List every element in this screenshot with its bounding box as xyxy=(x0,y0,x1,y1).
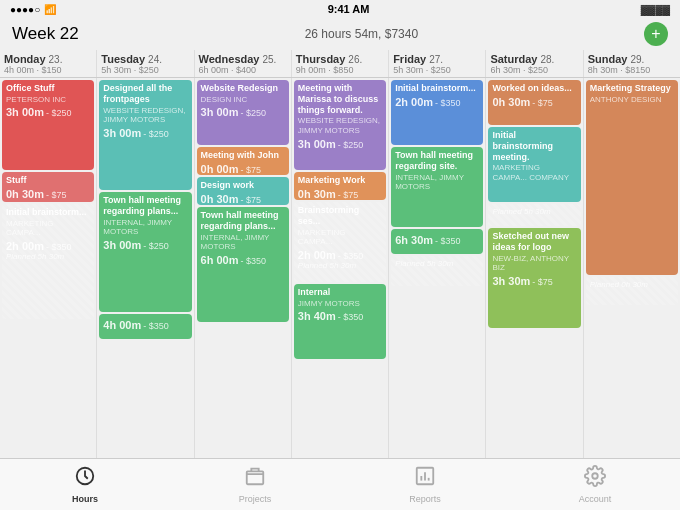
event-sketched-logo[interactable]: Sketched out new ideas for logo NEW-BIZ,… xyxy=(488,228,580,328)
day-header-fri: Friday27. 5h 30m · $250 xyxy=(389,50,486,77)
header-subtitle: 26 hours 54m, $7340 xyxy=(305,27,418,41)
day-headers: Monday23. 4h 00m · $150 Tuesday24. 5h 30… xyxy=(0,50,680,78)
calendar-grid: Office Stuff PETERSON INC 3h 00m - $250 … xyxy=(0,78,680,458)
svg-point-6 xyxy=(592,473,598,479)
wednesday-col: Website Redesign DESIGN INC 3h 00m - $25… xyxy=(195,78,292,458)
event-marketing-strategy[interactable]: Marketing Strategy ANTHONY DESIGN xyxy=(586,80,678,275)
event-marketing-work[interactable]: Marketing Work 0h 30m - $75 xyxy=(294,172,386,200)
tab-projects-label: Projects xyxy=(239,494,272,504)
tab-hours[interactable]: Hours xyxy=(0,465,170,504)
thursday-col: Meeting with Marissa to discuss things f… xyxy=(292,78,389,458)
reports-icon xyxy=(414,465,436,492)
day-header-tue: Tuesday24. 5h 30m · $250 xyxy=(97,50,194,77)
tab-account-label: Account xyxy=(579,494,612,504)
event-tue-footer[interactable]: 4h 00m - $350 xyxy=(99,314,191,339)
projects-icon xyxy=(244,465,266,492)
event-designed-frontpages[interactable]: Designed all the frontpages WEBSITE REDE… xyxy=(99,80,191,190)
tab-bar: Hours Projects Reports Acc xyxy=(0,458,680,510)
day-header-sun: Sunday29. 8h 30m · $8150 xyxy=(584,50,680,77)
tab-projects[interactable]: Projects xyxy=(170,465,340,504)
tuesday-col: Designed all the frontpages WEBSITE REDE… xyxy=(97,78,194,458)
event-initial-brainstorm-sat[interactable]: Initial brainstorming meeting. MARKETING… xyxy=(488,127,580,202)
status-left: ●●●●○ 📶 xyxy=(10,4,56,15)
event-initial-brainstorm-mon[interactable]: Initial brainstorm... MARKETING CAMPA...… xyxy=(2,204,94,319)
clock-icon xyxy=(74,465,96,492)
event-townhall-tue[interactable]: Town hall meeting regarding plans... INT… xyxy=(99,192,191,312)
event-townhall-wed[interactable]: Town hall meeting regarding plans... INT… xyxy=(197,207,289,322)
day-header-wed: Wednesday25. 6h 00m · $400 xyxy=(195,50,292,77)
status-bar: ●●●●○ 📶 9:41 AM ▓▓▓▓ xyxy=(0,0,680,18)
event-design-work[interactable]: Design work 0h 30m - $75 xyxy=(197,177,289,205)
day-header-sat: Saturday28. 6h 30m · $250 xyxy=(486,50,583,77)
event-fri-footer[interactable]: 6h 30m - $350 xyxy=(391,229,483,254)
event-internal-thu[interactable]: Internal JIMMY MOTORS 3h 40m - $350 xyxy=(294,284,386,359)
sunday-col: Marketing Strategy ANTHONY DESIGN Planne… xyxy=(584,78,680,458)
status-time: 9:41 AM xyxy=(328,3,370,15)
account-icon xyxy=(584,465,606,492)
tab-account[interactable]: Account xyxy=(510,465,680,504)
event-planned-fri[interactable]: Planned 5h 30m xyxy=(391,256,483,286)
week-label: Week 22 xyxy=(12,24,79,44)
event-brainstorming-thu[interactable]: Brainstorming ses... MARKETING CAMPA... … xyxy=(294,202,386,282)
event-office-stuff[interactable]: Office Stuff PETERSON INC 3h 00m - $250 xyxy=(2,80,94,170)
event-planned-sat[interactable]: Planned 5h 30m xyxy=(488,204,580,226)
day-header-mon: Monday23. 4h 00m · $150 xyxy=(0,50,97,77)
event-meeting-john[interactable]: Meeting with John 0h 00m - $75 xyxy=(197,147,289,175)
event-initial-brainstorm-fri[interactable]: Initial brainstorm... 2h 00m - $350 xyxy=(391,80,483,145)
battery-icon: ▓▓▓▓ xyxy=(641,4,670,15)
event-meeting-marissa[interactable]: Meeting with Marissa to discuss things f… xyxy=(294,80,386,170)
event-planned-sun[interactable]: Planned 0h 30m xyxy=(586,277,678,305)
event-website-redesign-wed[interactable]: Website Redesign DESIGN INC 3h 00m - $25… xyxy=(197,80,289,145)
event-stuff[interactable]: Stuff 0h 30m - $75 xyxy=(2,172,94,202)
wifi-icon: 📶 xyxy=(44,4,56,15)
saturday-col: Worked on ideas... 0h 30m - $75 Initial … xyxy=(486,78,583,458)
tab-reports[interactable]: Reports xyxy=(340,465,510,504)
event-worked-ideas[interactable]: Worked on ideas... 0h 30m - $75 xyxy=(488,80,580,125)
add-button[interactable]: + xyxy=(644,22,668,46)
signal-icon: ●●●●○ xyxy=(10,4,40,15)
friday-col: Initial brainstorm... 2h 00m - $350 Town… xyxy=(389,78,486,458)
status-right: ▓▓▓▓ xyxy=(641,4,670,15)
tab-hours-label: Hours xyxy=(72,494,98,504)
header: Week 22 26 hours 54m, $7340 + xyxy=(0,18,680,50)
monday-col: Office Stuff PETERSON INC 3h 00m - $250 … xyxy=(0,78,97,458)
tab-reports-label: Reports xyxy=(409,494,441,504)
event-townhall-fri[interactable]: Town hall meeting regarding site. INTERN… xyxy=(391,147,483,227)
day-header-thu: Thursday26. 9h 00m · $850 xyxy=(292,50,389,77)
